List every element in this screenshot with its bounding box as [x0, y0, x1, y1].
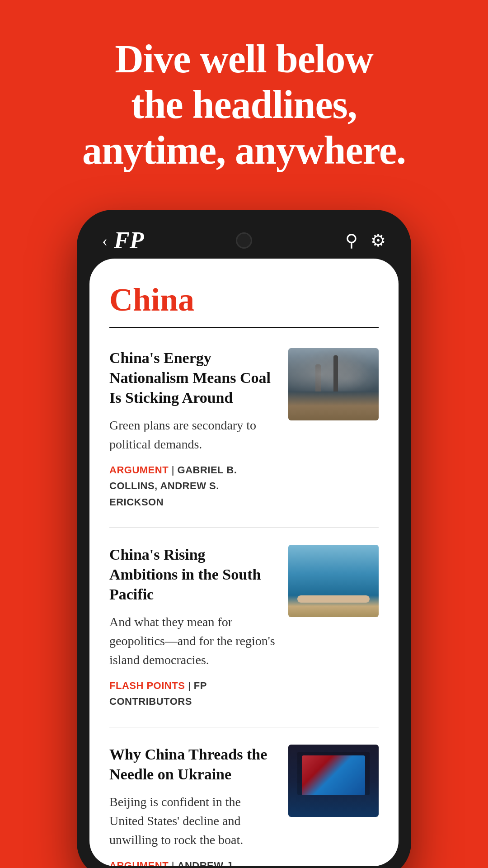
hero-line1: Dive well below	[115, 37, 373, 81]
article-tag: ARGUMENT	[109, 860, 169, 866]
phone-screen: China China's Energy Nationalism Means C…	[89, 259, 399, 866]
article-title: China's Energy Nationalism Means Coal Is…	[109, 348, 276, 408]
meta-separator: |	[188, 680, 194, 691]
article-title: Why China Threads the Needle on Ukraine	[109, 745, 276, 784]
phone-frame: ‹ FP ⚲ ⚙ China China's Energy Nationalis…	[77, 210, 411, 868]
article-description: And what they mean for geopolitics—and f…	[109, 613, 276, 670]
hero-title: Dive well below the headlines, anytime, …	[27, 36, 461, 174]
article-text: China's Energy Nationalism Means Coal Is…	[109, 348, 276, 510]
article-image	[288, 545, 379, 617]
article-title: China's Rising Ambitions in the South Pa…	[109, 545, 276, 605]
section-divider	[109, 327, 379, 328]
header-icons: ⚲ ⚙	[345, 232, 386, 249]
article-text: Why China Threads the Needle on Ukraine …	[109, 745, 276, 866]
hero-line3: anytime, anywhere.	[82, 128, 406, 172]
back-button[interactable]: ‹ FP	[102, 227, 144, 254]
camera-notch	[236, 232, 252, 249]
article-meta: ARGUMENT | GABRIEL B. COLLINS, ANDREW S.…	[109, 462, 276, 510]
article-tag: ARGUMENT	[109, 464, 169, 476]
article-tag: FLASH POINTS	[109, 680, 185, 691]
phone-top-bar: ‹ FP ⚲ ⚙	[89, 222, 399, 259]
article-meta: FLASH POINTS | FP CONTRIBUTORS	[109, 678, 276, 709]
article-card[interactable]: China's Energy Nationalism Means Coal Is…	[109, 348, 379, 528]
article-card[interactable]: China's Rising Ambitions in the South Pa…	[109, 545, 379, 727]
meta-separator: |	[172, 464, 178, 476]
article-image	[288, 348, 379, 420]
settings-icon[interactable]: ⚙	[371, 232, 386, 249]
article-description: Beijing is confident in the United State…	[109, 793, 276, 849]
article-description: Green plans are secondary to political d…	[109, 416, 276, 454]
hero-line2: the headlines,	[131, 83, 357, 127]
meta-separator: |	[172, 860, 178, 866]
smoke-overlay	[288, 348, 379, 392]
article-text: China's Rising Ambitions in the South Pa…	[109, 545, 276, 710]
article-card[interactable]: Why China Threads the Needle on Ukraine …	[109, 745, 379, 866]
search-icon[interactable]: ⚲	[345, 232, 358, 249]
back-chevron-icon: ‹	[102, 231, 108, 250]
section-title: China	[109, 281, 379, 319]
phone-mockup: ‹ FP ⚲ ⚙ China China's Energy Nationalis…	[0, 210, 488, 868]
article-image	[288, 745, 379, 817]
hero-section: Dive well below the headlines, anytime, …	[0, 0, 488, 201]
fp-logo: FP	[114, 227, 144, 254]
article-meta: ARGUMENT | ANDREW J. NATHAN	[109, 858, 276, 866]
